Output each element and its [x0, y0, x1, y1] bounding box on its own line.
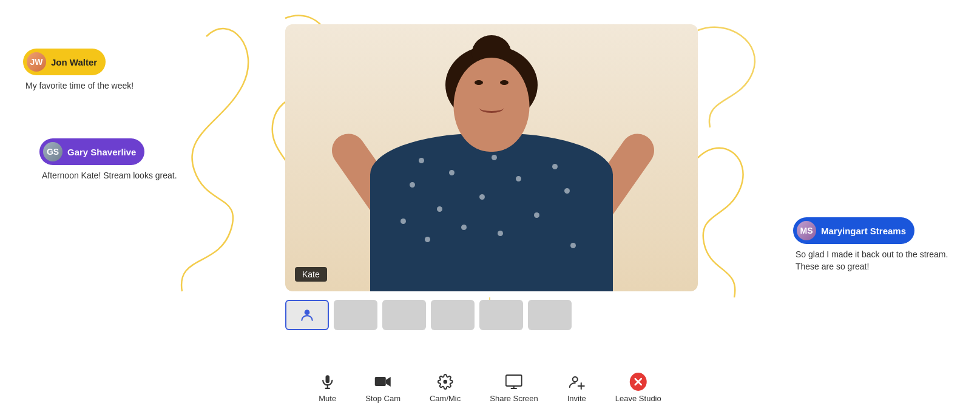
leave-icon: [630, 373, 647, 390]
mary-name: Maryingart Streams: [821, 226, 906, 236]
thumbnail-5[interactable]: [479, 300, 523, 330]
thumbnail-1[interactable]: [285, 300, 329, 330]
presenter-shirt: [370, 134, 613, 291]
jon-name: Jon Walter: [51, 57, 97, 67]
jon-message: My favorite time of the week!: [23, 80, 133, 92]
jon-bubble-header: JW Jon Walter: [23, 49, 106, 75]
presenter-smile: [479, 103, 504, 113]
camera-icon: [374, 373, 391, 390]
invite-label: Invite: [567, 394, 586, 403]
leave-studio-button[interactable]: Leave Studio: [615, 373, 661, 403]
leave-red-bg: [630, 373, 647, 391]
svg-point-10: [572, 377, 577, 382]
mute-label: Mute: [319, 394, 336, 403]
chat-bubble-mary: MS Maryingart Streams So glad I made it …: [793, 217, 951, 273]
chat-bubble-gary: GS Gary Shaverlive Afternoon Kate! Strea…: [39, 138, 177, 182]
cam-mic-button[interactable]: Cam/Mic: [430, 373, 461, 403]
presenter-eye-right: [500, 80, 509, 85]
mic-icon: [319, 373, 336, 390]
mary-avatar: MS: [797, 221, 816, 240]
thumbnail-2[interactable]: [334, 300, 377, 330]
thumbnail-4[interactable]: [431, 300, 475, 330]
gary-message: Afternoon Kate! Stream looks great.: [39, 170, 177, 182]
gary-avatar: GS: [43, 142, 63, 161]
svg-rect-7: [506, 375, 522, 386]
stop-cam-button[interactable]: Stop Cam: [365, 373, 400, 403]
gary-name: Gary Shaverlive: [67, 147, 136, 157]
mary-bubble-header: MS Maryingart Streams: [793, 217, 914, 244]
mary-message: So glad I made it back out to the stream…: [793, 249, 951, 273]
stop-cam-label: Stop Cam: [365, 394, 400, 403]
svg-rect-5: [375, 377, 386, 386]
mute-button[interactable]: Mute: [319, 373, 336, 403]
chat-bubble-jon: JW Jon Walter My favorite time of the we…: [23, 49, 133, 92]
gary-bubble-header: GS Gary Shaverlive: [39, 138, 144, 165]
cam-mic-label: Cam/Mic: [430, 394, 461, 403]
share-screen-button[interactable]: Share Screen: [490, 373, 538, 403]
invite-button[interactable]: Invite: [567, 373, 586, 403]
thumbnail-6[interactable]: [528, 300, 572, 330]
jon-avatar: JW: [27, 52, 46, 72]
share-screen-label: Share Screen: [490, 394, 538, 403]
presenter-name-label: Kate: [295, 267, 327, 282]
screen-icon: [505, 373, 522, 390]
video-frame: Kate: [285, 24, 698, 291]
thumbnails-row: [285, 300, 572, 330]
person-icon: [299, 307, 315, 323]
presenter-eye-left: [475, 80, 483, 85]
svg-point-1: [305, 310, 310, 315]
leave-studio-label: Leave Studio: [615, 394, 661, 403]
thumbnail-3[interactable]: [382, 300, 426, 330]
gear-icon: [437, 373, 454, 390]
invite-icon: [568, 373, 585, 390]
svg-rect-2: [325, 375, 329, 383]
controls-bar: Mute Stop Cam Cam/Mic S: [319, 373, 661, 403]
svg-point-6: [443, 380, 447, 384]
